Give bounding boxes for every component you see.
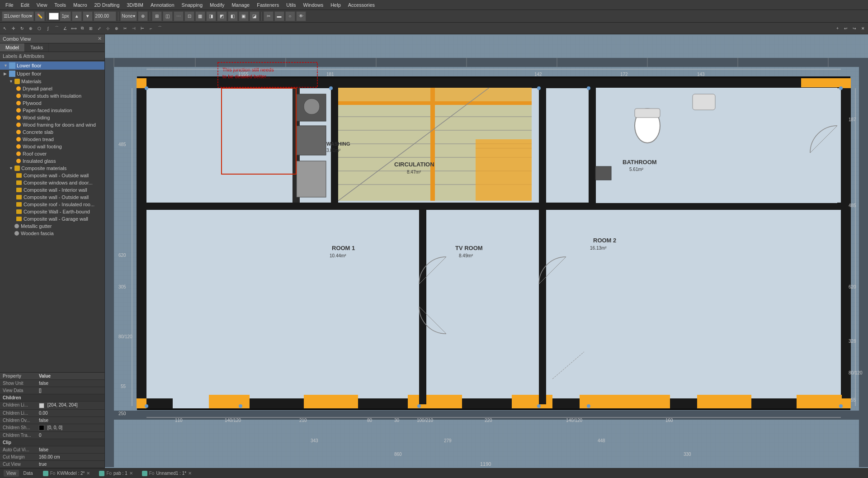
- dotted-btn[interactable]: ⋯: [174, 11, 184, 21]
- menu-tools[interactable]: Tools: [51, 1, 70, 9]
- tree-item-wood-footing[interactable]: Wood wall footing: [0, 143, 104, 150]
- menu-fasteners[interactable]: Fasteners: [253, 1, 283, 9]
- mode2-btn[interactable]: ◨: [206, 11, 216, 21]
- tree-item-insulated-glass[interactable]: Insulated glass: [0, 157, 104, 165]
- status-unnamed[interactable]: Unnamed1 : 1*: [156, 471, 186, 476]
- menu-file[interactable]: File: [2, 1, 17, 9]
- menu-edit[interactable]: Edit: [17, 1, 33, 9]
- tree-item-wood-framing[interactable]: Wood framing for doors and wind: [0, 121, 104, 128]
- menu-view[interactable]: View: [33, 1, 51, 9]
- tree-item-comp-earth[interactable]: Composite Wall - Earth-bound: [0, 208, 104, 215]
- tb2-join[interactable]: ⊕: [113, 24, 121, 33]
- tab-tasks[interactable]: Tasks: [25, 43, 49, 52]
- tb2-arrow[interactable]: ↖: [1, 24, 9, 33]
- mode1-btn[interactable]: ▦: [195, 11, 205, 21]
- tree-item-concrete-slab[interactable]: Concrete slab: [0, 128, 104, 136]
- status-pab[interactable]: pab : 1: [113, 471, 127, 476]
- floor-dropdown-btn[interactable]: ☰ Lower floor ▾: [2, 11, 34, 21]
- status-close2[interactable]: ✕: [129, 471, 135, 476]
- menu-manage[interactable]: Manage: [228, 1, 253, 9]
- pencil-btn[interactable]: ✏️: [35, 11, 45, 21]
- tree-item-comp-interior[interactable]: Composite wall - Interior wall: [0, 186, 104, 194]
- pen-size-up[interactable]: ▲: [72, 11, 82, 21]
- pen-size-down[interactable]: ▼: [83, 11, 93, 21]
- snap3-btn[interactable]: ⊡: [184, 11, 194, 21]
- tb2-bend[interactable]: ⌒: [52, 24, 61, 33]
- menu-3dbim[interactable]: 3D/BIM: [123, 1, 147, 9]
- mode6-btn[interactable]: ◪: [250, 11, 259, 21]
- tb2-origin[interactable]: ⊕: [27, 24, 35, 33]
- tree-item-drywall[interactable]: Drywall panel: [0, 85, 104, 92]
- circle-btn[interactable]: ○: [285, 11, 295, 21]
- zoom-input[interactable]: [94, 11, 116, 21]
- view-btn[interactable]: 👁: [296, 11, 306, 21]
- tb2-curve[interactable]: ∫: [44, 24, 52, 33]
- snap-icon-btn[interactable]: ⊕: [138, 11, 148, 21]
- status-kwmodel[interactable]: KWModel : 2*: [57, 471, 85, 476]
- snap-btn[interactable]: None ▾: [120, 11, 137, 21]
- tree-item-plywood[interactable]: Plywood: [0, 99, 104, 107]
- tree-item-wooden-fascia[interactable]: Wooden fascia: [0, 230, 104, 237]
- tb2-undo[interactable]: ↩: [842, 24, 850, 33]
- menu-accessories[interactable]: Accessories: [344, 1, 378, 9]
- tb2-trim[interactable]: ⊣: [130, 24, 138, 33]
- tree-item-paper-insulation[interactable]: Paper-faced insulation: [0, 107, 104, 114]
- tree-item-metallic-gutter[interactable]: Metallic gutter: [0, 222, 104, 230]
- menu-help[interactable]: Help: [327, 1, 344, 9]
- tree-item-comp-outside1[interactable]: Composite wall - Outside wall: [0, 172, 104, 179]
- status-close3[interactable]: ✕: [188, 471, 193, 476]
- tree-area[interactable]: ▼ Lower floor ▶ Upper floor ▼ Materials: [0, 61, 104, 372]
- tb2-scale[interactable]: ⤢: [95, 24, 104, 33]
- grid-btn[interactable]: ⊞: [152, 11, 162, 21]
- menu-annotation[interactable]: Annotation: [147, 1, 178, 9]
- snap2-btn[interactable]: ◫: [163, 11, 173, 21]
- tb2-extend[interactable]: ⊢: [138, 24, 146, 33]
- tree-item-comp-outside2[interactable]: Composite wall - Outside wall: [0, 194, 104, 201]
- tab-model[interactable]: Model: [0, 43, 25, 52]
- tb2-redo[interactable]: ↪: [850, 24, 859, 33]
- tb2-plus[interactable]: ＋: [833, 24, 841, 33]
- tb2-chamfer[interactable]: ⌐: [147, 24, 155, 33]
- tree-item-comp-windows[interactable]: Composite windows and door...: [0, 179, 104, 186]
- pen-size-btn[interactable]: 1px: [60, 11, 71, 21]
- tree-item-materials[interactable]: ▼ Materials: [0, 78, 104, 85]
- tree-item-wood-studs[interactable]: Wood studs with insulation: [0, 92, 104, 99]
- canvas-area[interactable]: This junction still needs to be detailed…: [105, 34, 868, 468]
- tb2-fillet[interactable]: ⌒: [156, 24, 164, 33]
- menu-modify[interactable]: Modify: [206, 1, 228, 9]
- tree-item-comp-garage[interactable]: Composite wall - Garage wall: [0, 215, 104, 222]
- tb2-copy[interactable]: ⧉: [78, 24, 86, 33]
- tb2-poly[interactable]: ⬡: [35, 24, 43, 33]
- tb2-split[interactable]: ✂: [121, 24, 129, 33]
- tree-item-composite-materials[interactable]: ▼ Composite materials: [0, 165, 104, 172]
- tree-item-upper-floor[interactable]: ▶ Upper floor: [0, 70, 104, 78]
- tree-item-lower-floor[interactable]: ▼ Lower floor: [0, 62, 104, 70]
- data-tab-label[interactable]: Data: [21, 470, 36, 477]
- tree-item-comp-roof[interactable]: Composite roof - Insulated roo...: [0, 201, 104, 208]
- menu-snapping[interactable]: Snapping: [178, 1, 207, 9]
- mode4-btn[interactable]: ◧: [228, 11, 238, 21]
- view-tab-label[interactable]: View: [4, 470, 19, 477]
- tb2-offset[interactable]: ⊹: [104, 24, 112, 33]
- close-icon[interactable]: ✕: [98, 36, 102, 42]
- tree-item-wood-siding[interactable]: Wood siding: [0, 114, 104, 121]
- color-swatch-btn[interactable]: [49, 13, 59, 20]
- tb2-angle[interactable]: ∠: [61, 24, 69, 33]
- menu-macro[interactable]: Macro: [70, 1, 91, 9]
- tb2-mirror[interactable]: ⟺: [70, 24, 78, 33]
- tree-item-roof-cover[interactable]: Roof cover: [0, 150, 104, 157]
- tb2-delete[interactable]: ✕: [859, 24, 867, 33]
- tb2-crosshair[interactable]: ✛: [9, 24, 18, 33]
- menu-utils[interactable]: Utils: [283, 1, 299, 9]
- status-close1[interactable]: ✕: [86, 471, 92, 476]
- menu-2ddrafting[interactable]: 2D Drafting: [91, 1, 123, 9]
- rect-btn[interactable]: ▬: [274, 11, 284, 21]
- tree-item-wooden-tread[interactable]: Wooden tread: [0, 136, 104, 143]
- svg-text:80/120: 80/120: [118, 334, 132, 339]
- tb2-rotate[interactable]: ↻: [18, 24, 26, 33]
- cut-btn[interactable]: ✂: [264, 11, 274, 21]
- tb2-array[interactable]: ⊞: [87, 24, 95, 33]
- mode3-btn[interactable]: ◩: [217, 11, 227, 21]
- menu-windows[interactable]: Windows: [300, 1, 327, 9]
- mode5-btn[interactable]: ▣: [239, 11, 249, 21]
